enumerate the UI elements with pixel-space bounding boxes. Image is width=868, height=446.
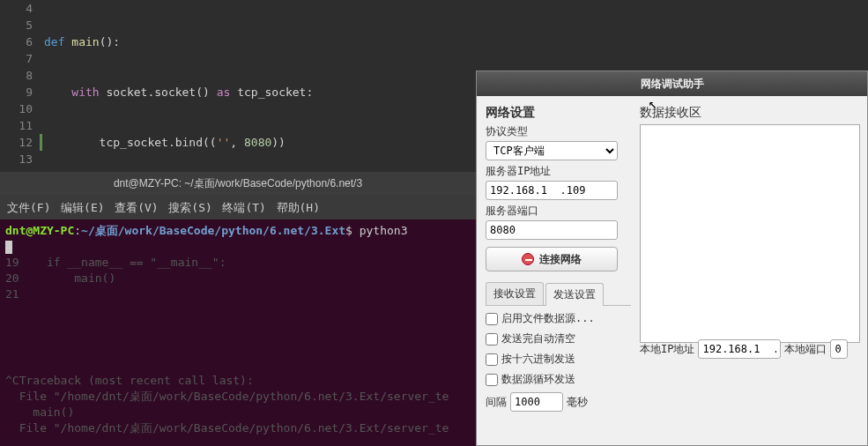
tab-send-settings[interactable]: 发送设置 <box>545 283 604 306</box>
terminal-body[interactable]: dnt@MZY-PC:~/桌面/work/BaseCode/python/6.n… <box>0 219 476 446</box>
menu-view[interactable]: 查看(V) <box>115 201 158 214</box>
interval-label: 间隔 <box>486 395 507 410</box>
protocol-select[interactable]: TCP客户端 <box>486 141 618 160</box>
chk-file-source[interactable] <box>486 313 498 325</box>
code-editor: 45678910111213 def main(): with socket.s… <box>0 0 476 176</box>
menu-search[interactable]: 搜索(S) <box>168 201 211 214</box>
stop-icon <box>522 253 534 265</box>
server-port-label: 服务器端口 <box>486 204 631 219</box>
server-ip-label: 服务器IP地址 <box>486 164 631 179</box>
server-port-input[interactable] <box>486 220 618 240</box>
recv-textbox[interactable] <box>640 124 860 343</box>
tab-recv-settings[interactable]: 接收设置 <box>486 282 544 305</box>
interval-input[interactable] <box>510 392 563 412</box>
menu-edit[interactable]: 编辑(E) <box>61 201 104 214</box>
local-ip-input[interactable] <box>698 339 781 359</box>
editor-gutter: 45678910111213 <box>0 0 40 167</box>
terminal-menu: 文件(F) 编辑(E) 查看(V) 搜索(S) 终端(T) 帮助(H) <box>0 195 476 219</box>
terminal-cursor <box>5 241 12 254</box>
chk-hex-send[interactable] <box>486 353 498 366</box>
server-ip-input[interactable] <box>486 181 618 200</box>
network-settings-label: 网络设置 <box>486 105 631 121</box>
modified-line-marker <box>40 134 42 151</box>
dialog-title: 网络调试助手 <box>477 71 867 96</box>
chk-auto-clear[interactable] <box>486 333 498 346</box>
menu-terminal[interactable]: 终端(T) <box>222 201 265 214</box>
protocol-label: 协议类型 <box>486 124 631 139</box>
terminal-command: python3 <box>360 224 408 237</box>
local-port-label: 本地端口 <box>784 342 827 357</box>
menu-help[interactable]: 帮助(H) <box>277 201 320 214</box>
recv-area-label: 数据接收区 <box>640 105 860 121</box>
terminal-titlebar: dnt@MZY-PC: ~/桌面/work/BaseCode/python/6.… <box>0 172 476 195</box>
local-port-input[interactable] <box>830 339 848 359</box>
interval-unit: 毫秒 <box>567 395 588 410</box>
prompt-path: ~/桌面/work/BaseCode/python/6.net/3.Ext <box>81 224 345 237</box>
chk-loop-send[interactable] <box>486 374 498 386</box>
connect-button[interactable]: 连接网络 <box>486 247 618 271</box>
prompt-user: dnt@MZY-PC <box>5 224 74 237</box>
network-debug-dialog: 网络调试助手 网络设置 协议类型 TCP客户端 服务器IP地址 服务器端口 连接… <box>476 71 868 446</box>
local-ip-label: 本地IP地址 <box>640 342 694 357</box>
menu-file[interactable]: 文件(F) <box>7 201 50 214</box>
